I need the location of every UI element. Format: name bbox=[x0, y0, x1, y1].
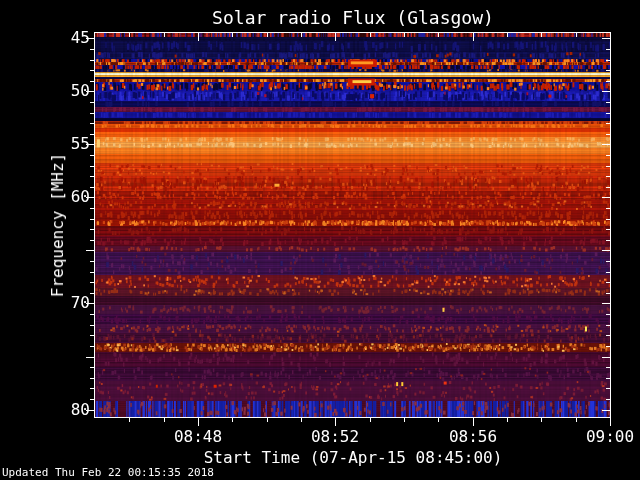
y-tick-label: 80 bbox=[38, 401, 90, 419]
x-axis-label: Start Time (07-Apr-15 08:45:00) bbox=[204, 448, 503, 467]
y-tick-label: 50 bbox=[38, 82, 90, 100]
x-tick-label: 09:00 bbox=[565, 427, 640, 446]
y-tick-label: 70 bbox=[38, 294, 90, 312]
x-tick-label: 08:52 bbox=[290, 427, 380, 446]
y-tick-label: 45 bbox=[38, 29, 90, 47]
y-tick-label: 55 bbox=[38, 135, 90, 153]
x-tick-label: 08:48 bbox=[153, 427, 243, 446]
solar-radio-flux-figure: Solar radio Flux (Glasgow) Frequency [MH… bbox=[0, 0, 640, 480]
x-tick-label: 08:56 bbox=[428, 427, 518, 446]
updated-timestamp: Updated Thu Feb 22 00:15:35 2018 bbox=[2, 466, 214, 479]
y-axis-label: Frequency [MHz] bbox=[48, 153, 67, 298]
chart-title: Solar radio Flux (Glasgow) bbox=[212, 7, 494, 28]
y-tick-label: 60 bbox=[38, 188, 90, 206]
spectrogram-canvas bbox=[0, 0, 640, 480]
